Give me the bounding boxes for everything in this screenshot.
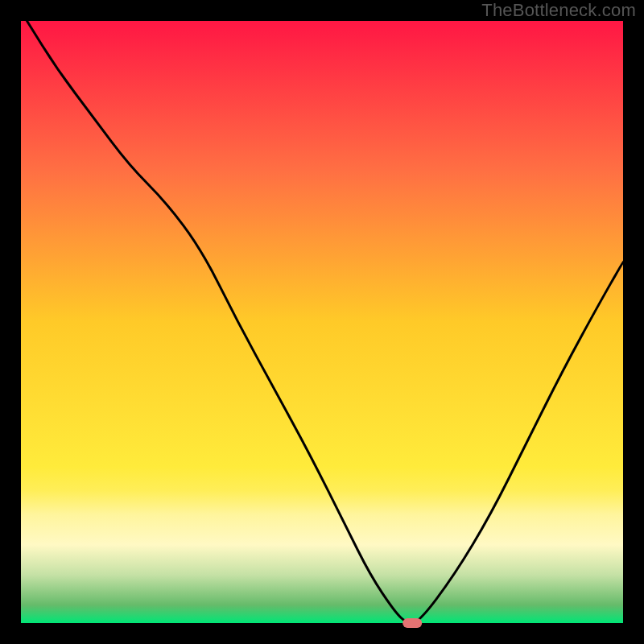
chart-container: TheBottleneck.com — [0, 0, 644, 644]
plot-background — [21, 21, 623, 623]
bottleneck-chart — [0, 0, 644, 644]
watermark-text: TheBottleneck.com — [481, 0, 636, 21]
optimum-marker — [402, 618, 422, 628]
